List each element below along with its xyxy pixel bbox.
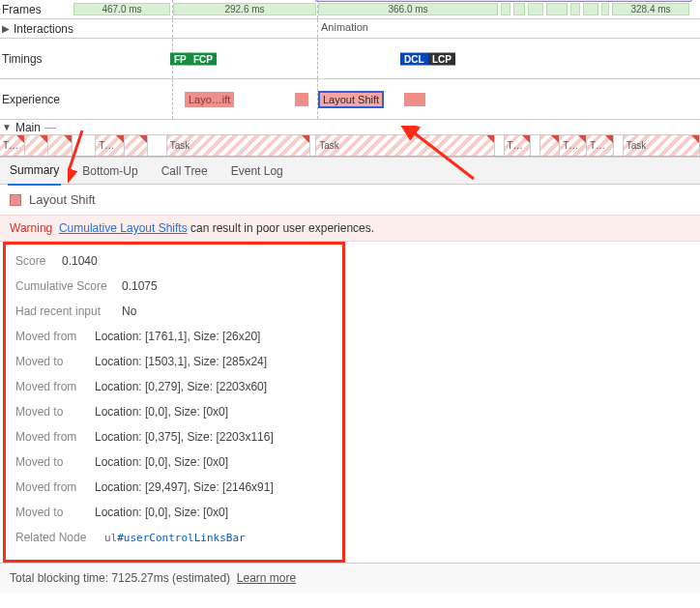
main-label: ▼Main —: [2, 121, 95, 134]
task-block[interactable]: T…: [505, 135, 532, 156]
frame-bar[interactable]: [513, 3, 525, 15]
task-block[interactable]: Task: [316, 135, 494, 156]
task-block[interactable]: T…: [96, 135, 125, 156]
caret-right-icon[interactable]: ▶: [2, 23, 10, 34]
frames-track[interactable]: 467.0 ms 292.6 ms 366.0 ms 328.4 ms: [95, 0, 700, 18]
experience-block[interactable]: Layo…ift: [185, 92, 234, 107]
task-block[interactable]: [540, 135, 560, 156]
task-block[interactable]: Task: [624, 135, 700, 156]
detail-row: Cumulative Score0.1075: [15, 274, 333, 299]
task-block[interactable]: T…: [560, 135, 587, 156]
footer-value: 7125.27ms (estimated): [111, 571, 230, 585]
detail-label: Score: [15, 254, 62, 268]
detail-value: Location: [29,497], Size: [2146x91]: [95, 480, 274, 494]
task-block[interactable]: T…: [0, 135, 25, 156]
layout-shift-swatch-icon: [10, 194, 21, 206]
interactions-track[interactable]: Animation: [95, 19, 700, 38]
detail-label: Related Node: [15, 531, 104, 544]
tab-call-tree[interactable]: Call Tree: [160, 158, 210, 185]
task-gap: [73, 135, 96, 156]
detail-value: Location: [1761,1], Size: [26x20]: [95, 330, 260, 343]
warning-link[interactable]: Cumulative Layout Shifts: [59, 221, 188, 235]
detail-value: Location: [0,0], Size: [0x0]: [95, 506, 228, 519]
warning-bar: Warning Cumulative Layout Shifts can res…: [0, 215, 700, 242]
caret-down-icon[interactable]: ▼: [2, 122, 12, 132]
warning-tail: can result in poor user experiences.: [188, 221, 374, 235]
frame-bar[interactable]: [570, 3, 580, 15]
detail-row: Related Node ul#userControlLinksBar: [15, 525, 333, 550]
detail-value: Location: [0,375], Size: [2203x116]: [95, 430, 274, 444]
task-gap: [495, 135, 505, 156]
task-block[interactable]: T…: [587, 135, 614, 156]
frame-bar[interactable]: [501, 3, 510, 15]
detail-value: Location: [1503,1], Size: [285x24]: [95, 355, 267, 368]
detail-value: Location: [0,0], Size: [0x0]: [95, 455, 228, 469]
detail-label: Moved to: [15, 355, 95, 368]
task-block[interactable]: Task: [167, 135, 311, 156]
frame-bar[interactable]: [546, 3, 568, 15]
timings-track[interactable]: FP FCP DCL LCP: [95, 39, 700, 78]
main-text: Main: [15, 121, 41, 134]
interactions-label: ▶Interactions: [2, 22, 95, 36]
timing-fp[interactable]: FP: [170, 52, 190, 65]
main-track[interactable]: [95, 120, 700, 134]
frame-bar[interactable]: [528, 3, 543, 15]
interactions-text: Interactions: [14, 22, 73, 36]
grid-line: [172, 79, 173, 119]
timing-lcp[interactable]: LCP: [428, 52, 455, 65]
detail-row: Moved toLocation: [1503,1], Size: [285x2…: [15, 349, 333, 374]
tab-bottom-up[interactable]: Bottom-Up: [80, 158, 139, 185]
detail-label: Cumulative Score: [15, 279, 122, 293]
interaction-span: [315, 0, 692, 2]
interactions-row: ▶Interactions Animation: [0, 19, 700, 39]
frame-bar[interactable]: 292.6 ms: [173, 3, 316, 15]
detail-row: Moved fromLocation: [1761,1], Size: [26x…: [15, 324, 333, 349]
frame-bar[interactable]: 328.4 ms: [612, 3, 689, 15]
detail-row: Moved fromLocation: [0,279], Size: [2203…: [15, 374, 333, 399]
timing-fcp[interactable]: FCP: [190, 52, 217, 65]
grid-line: [317, 19, 318, 38]
experience-block[interactable]: [295, 93, 308, 106]
task-block[interactable]: [125, 135, 148, 156]
detail-value: Location: [0,279], Size: [2203x60]: [95, 380, 267, 393]
animation-label: Animation: [321, 21, 368, 33]
detail-label: Moved from: [15, 380, 95, 393]
layout-shift-title: Layout Shift: [29, 192, 96, 207]
task-gap: [531, 135, 540, 156]
grid-line: [172, 19, 173, 38]
warning-label: Warning: [10, 221, 52, 235]
experience-block[interactable]: [404, 93, 425, 106]
task-block[interactable]: [25, 135, 48, 156]
task-gap: [614, 135, 624, 156]
footer-prefix: Total blocking time:: [10, 571, 111, 585]
main-row: ▼Main —: [0, 120, 700, 135]
timing-dcl[interactable]: DCL: [400, 52, 428, 65]
details-panel: Score0.1040 Cumulative Score0.1075 Had r…: [3, 242, 345, 563]
timeline-panel: Frames 467.0 ms 292.6 ms 366.0 ms 328.4 …: [0, 0, 700, 158]
frame-bar[interactable]: [583, 3, 598, 15]
task-block[interactable]: [48, 135, 73, 156]
experience-track[interactable]: Layo…ift Layout Shift: [95, 79, 700, 119]
learn-more-link[interactable]: Learn more: [237, 571, 296, 585]
experience-label: Experience: [2, 93, 95, 106]
footer-bar: Total blocking time: 7125.27ms (estimate…: [0, 563, 700, 593]
layout-shift-header: Layout Shift: [0, 185, 700, 215]
tasks-strip[interactable]: T… T… Task Task T… T… T… Task: [0, 135, 700, 157]
detail-row: Score0.1040: [15, 248, 333, 274]
grid-line: [317, 79, 318, 119]
tab-summary[interactable]: Summary: [8, 157, 61, 186]
detail-value: No: [122, 304, 136, 318]
grid-line: [317, 39, 318, 78]
frame-bar[interactable]: [601, 3, 609, 15]
timings-row: Timings FP FCP DCL LCP: [0, 39, 700, 79]
task-gap: [148, 135, 167, 156]
tab-event-log[interactable]: Event Log: [229, 158, 285, 185]
frame-bar[interactable]: 467.0 ms: [73, 3, 170, 15]
frame-bar[interactable]: 366.0 ms: [318, 3, 498, 15]
detail-value: Location: [0,0], Size: [0x0]: [95, 405, 228, 419]
experience-layout-shift-selected[interactable]: Layout Shift: [319, 92, 383, 107]
detail-label: Moved to: [15, 405, 95, 419]
detail-row: Moved fromLocation: [0,375], Size: [2203…: [15, 424, 333, 449]
related-node-value[interactable]: ul#userControlLinksBar: [104, 531, 246, 544]
detail-label: Moved from: [15, 480, 95, 494]
